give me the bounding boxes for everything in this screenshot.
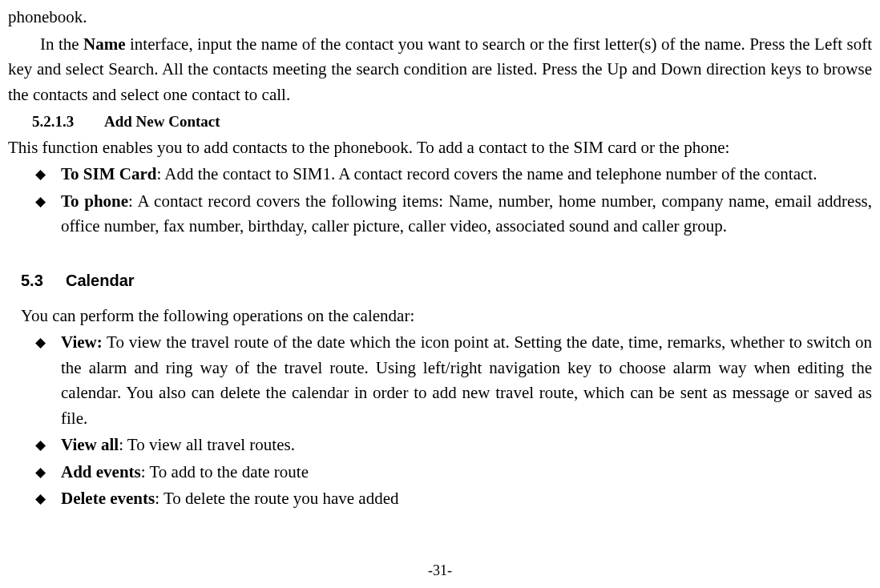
name-interface-paragraph: In the Name interface, input the name of… (8, 32, 872, 108)
bullet-list-53: ◆ View: To view the travel route of the … (8, 330, 872, 512)
list-item: ◆ Delete events: To delete the route you… (35, 486, 872, 512)
diamond-icon: ◆ (35, 164, 46, 185)
name-para-post: interface, input the name of the contact… (8, 34, 872, 104)
bullet-text: To view the travel route of the date whi… (61, 332, 872, 428)
heading-num-53: 5.3 (21, 268, 66, 292)
diamond-icon: ◆ (35, 191, 46, 212)
name-para-pre: In the (40, 34, 83, 54)
diamond-icon: ◆ (35, 489, 46, 509)
heading-title-53: Calendar (66, 272, 135, 289)
diamond-icon: ◆ (35, 332, 46, 353)
page-number: -31- (0, 560, 880, 582)
bullet-text: : A contact record covers the following … (61, 191, 872, 236)
bullet-text: : To delete the route you have added (155, 489, 398, 508)
bullet-bold: Add events (61, 462, 141, 481)
list-item: ◆ Add events: To add to the date route (35, 460, 872, 485)
list-item: ◆ View all: To view all travel routes. (35, 433, 872, 458)
bullet-bold: To phone (61, 191, 128, 211)
heading-5.2.1.3: 5.2.1.3Add New Contact (32, 111, 872, 134)
diamond-icon: ◆ (35, 435, 46, 456)
list-item: ◆ View: To view the travel route of the … (35, 330, 872, 431)
name-bold: Name (83, 34, 125, 54)
diamond-icon: ◆ (35, 462, 46, 483)
fragment-phonebook: phonebook. (8, 5, 872, 30)
bullet-bold: To SIM Card (61, 164, 156, 183)
bullet-text: : To view all travel routes. (119, 435, 295, 454)
heading-5.3: 5.3Calendar (21, 268, 872, 292)
heading-title-5213: Add New Contact (104, 113, 220, 130)
bullet-text: : Add the contact to SIM1. A contact rec… (156, 164, 817, 183)
bullet-bold: View all (61, 435, 119, 454)
heading-num-5213: 5.2.1.3 (32, 111, 104, 134)
bullet-bold: View: (61, 332, 103, 352)
bullet-list-5213: ◆ To SIM Card: Add the contact to SIM1. … (8, 162, 872, 240)
bullet-text: : To add to the date route (141, 462, 309, 481)
bullet-bold: Delete events (61, 489, 155, 508)
list-item: ◆ To SIM Card: Add the contact to SIM1. … (35, 162, 872, 187)
para-53: You can perform the following operations… (21, 304, 872, 329)
para-5213: This function enables you to add contact… (8, 135, 872, 161)
list-item: ◆ To phone: A contact record covers the … (35, 189, 872, 240)
